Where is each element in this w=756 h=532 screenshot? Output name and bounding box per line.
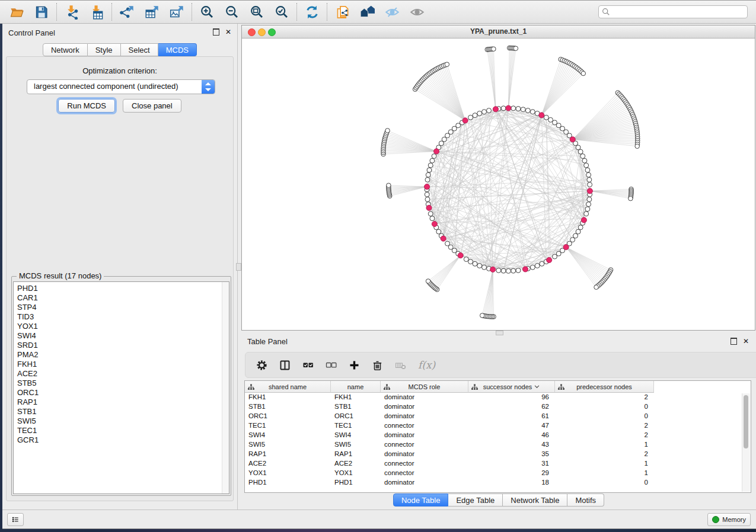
- mcds-result-item[interactable]: ACE2: [17, 369, 229, 379]
- mcds-result-item[interactable]: TID3: [17, 312, 229, 322]
- table-tab-network-table[interactable]: Network Table: [503, 493, 567, 507]
- table-row[interactable]: FKH1FKH1dominator962: [245, 393, 751, 402]
- column-header-label: name: [347, 383, 364, 390]
- mcds-result-item[interactable]: PMA2: [17, 350, 229, 360]
- table-cell: connector: [381, 421, 468, 431]
- sort-chevron-icon: [534, 385, 540, 389]
- column-header-shared-name[interactable]: shared name: [245, 381, 331, 393]
- zoom-in-icon[interactable]: [196, 2, 218, 21]
- table-cell: 96: [468, 393, 555, 402]
- table-tab-edge-table[interactable]: Edge Table: [448, 493, 503, 507]
- export-image-icon[interactable]: [166, 2, 187, 21]
- search-input[interactable]: [598, 5, 748, 18]
- control-panel-title: Control Panel: [8, 28, 55, 37]
- table-row[interactable]: SWI4SWI4dominator462: [245, 431, 751, 440]
- zoom-out-icon[interactable]: [221, 2, 243, 21]
- column-header-label: MCDS role: [409, 383, 441, 390]
- mcds-result-item[interactable]: RAP1: [17, 398, 229, 407]
- gear-icon[interactable]: [256, 360, 267, 371]
- columns-icon[interactable]: [279, 360, 291, 371]
- table-row[interactable]: ACE2ACE2connector311: [245, 459, 751, 469]
- hide-eye-icon[interactable]: [381, 2, 403, 21]
- export-table-icon[interactable]: [141, 2, 162, 21]
- plus-icon[interactable]: [349, 360, 360, 371]
- mcds-result-item[interactable]: ORC1: [17, 388, 229, 398]
- column-header-mcds-role[interactable]: MCDS role: [381, 381, 468, 393]
- mcds-result-item[interactable]: STP4: [17, 303, 229, 312]
- export-network-icon[interactable]: [116, 2, 138, 21]
- float-table-panel-icon[interactable]: [731, 338, 737, 345]
- show-eye-icon[interactable]: [406, 2, 428, 21]
- mcds-result-item[interactable]: SRD1: [17, 341, 229, 350]
- tab-style[interactable]: Style: [88, 43, 121, 56]
- table-cell: RAP1: [245, 450, 331, 459]
- table-tabs: Node TableEdge TableNetwork TableMotifs: [241, 493, 756, 507]
- mcds-result-item[interactable]: TEC1: [17, 426, 229, 435]
- mcds-result-item[interactable]: YOX1: [17, 322, 229, 331]
- table-cell: SWI4: [331, 431, 381, 440]
- mcds-result-item[interactable]: CAR1: [17, 293, 229, 303]
- table-row[interactable]: SWI5SWI5connector431: [245, 440, 751, 450]
- save-icon[interactable]: [31, 2, 52, 21]
- table-row[interactable]: STB1STB1dominator620: [245, 402, 751, 412]
- hierarchy-icon: [471, 384, 478, 390]
- mcds-result-list[interactable]: PHD1CAR1STP4TID3YOX1SWI4SRD1PMA2FKH1ACE2…: [13, 281, 229, 494]
- float-panel-icon[interactable]: [213, 28, 219, 36]
- run-mcds-button[interactable]: Run MCDS: [58, 99, 115, 113]
- table-row[interactable]: TEC1TEC1connector472: [245, 421, 751, 431]
- memory-button[interactable]: Memory: [707, 513, 751, 526]
- table-cell: 1: [555, 469, 654, 478]
- column-header-successor-nodes[interactable]: successor nodes: [468, 381, 555, 393]
- table-tab-node-table[interactable]: Node Table: [393, 493, 449, 507]
- duplicate-network-icon[interactable]: [331, 2, 353, 21]
- column-header-predecessor-nodes[interactable]: predecessor nodes: [555, 381, 654, 393]
- table-tab-motifs[interactable]: Motifs: [567, 493, 604, 507]
- mcds-result-item[interactable]: SWI5: [17, 416, 229, 426]
- close-table-panel-icon[interactable]: ✕: [743, 338, 749, 344]
- column-header-name[interactable]: name: [331, 381, 381, 393]
- table-row[interactable]: ORC1ORC1dominator610: [245, 412, 751, 421]
- open-folder-icon[interactable]: [6, 2, 27, 21]
- table-cell: 0: [555, 402, 654, 412]
- import-table-icon[interactable]: [86, 2, 107, 21]
- network-canvas[interactable]: [242, 39, 755, 330]
- mcds-result-item[interactable]: GCR1: [17, 435, 229, 445]
- table-cell: 31: [468, 459, 555, 469]
- first-neighbors-icon[interactable]: [356, 2, 378, 21]
- table-cell: connector: [381, 469, 468, 478]
- list-scrollbar[interactable]: [222, 282, 229, 493]
- table-cell: 35: [468, 450, 555, 459]
- mcds-result-item[interactable]: STB5: [17, 379, 229, 388]
- table-row[interactable]: YOX1YOX1connector291: [245, 469, 751, 478]
- criterion-dropdown[interactable]: largest connected component (undirected): [27, 79, 215, 94]
- close-panel-icon[interactable]: ✕: [225, 29, 231, 35]
- trash-icon[interactable]: [372, 360, 383, 371]
- unselect-all-icon[interactable]: [326, 360, 337, 371]
- zoom-fit-icon[interactable]: [246, 2, 267, 21]
- column-header-label: predecessor nodes: [576, 383, 632, 390]
- column-header-label: shared name: [269, 383, 307, 390]
- mcds-result-item[interactable]: SWI4: [17, 331, 229, 341]
- mcds-result-item[interactable]: PHD1: [17, 284, 229, 293]
- table-toolbar: f(x): [245, 352, 756, 378]
- tab-select[interactable]: Select: [121, 43, 158, 56]
- table-scrollbar-thumb[interactable]: [744, 395, 748, 448]
- tab-mcds[interactable]: MCDS: [158, 43, 197, 56]
- table-row[interactable]: PHD1PHD1dominator180: [245, 478, 751, 488]
- select-all-icon[interactable]: [302, 360, 314, 371]
- close-panel-button[interactable]: Close panel: [123, 99, 181, 113]
- refresh-icon[interactable]: [301, 2, 323, 21]
- task-history-button[interactable]: [7, 513, 24, 526]
- mcds-result-item[interactable]: FKH1: [17, 360, 229, 369]
- delete-column-icon[interactable]: [395, 360, 406, 371]
- vertical-splitter-handle[interactable]: [236, 263, 241, 271]
- mcds-result-item[interactable]: STB1: [17, 407, 229, 416]
- status-bar: Memory: [2, 509, 756, 528]
- table-row[interactable]: RAP1RAP1dominator352: [245, 450, 751, 459]
- import-network-icon[interactable]: [61, 2, 82, 21]
- table-scrollbar[interactable]: [742, 393, 750, 492]
- table-cell: 29: [468, 469, 555, 478]
- tab-network[interactable]: Network: [43, 43, 88, 56]
- zoom-selected-icon[interactable]: [271, 2, 292, 21]
- mcds-tab-content: Optimization criterion: largest connecte…: [6, 56, 234, 501]
